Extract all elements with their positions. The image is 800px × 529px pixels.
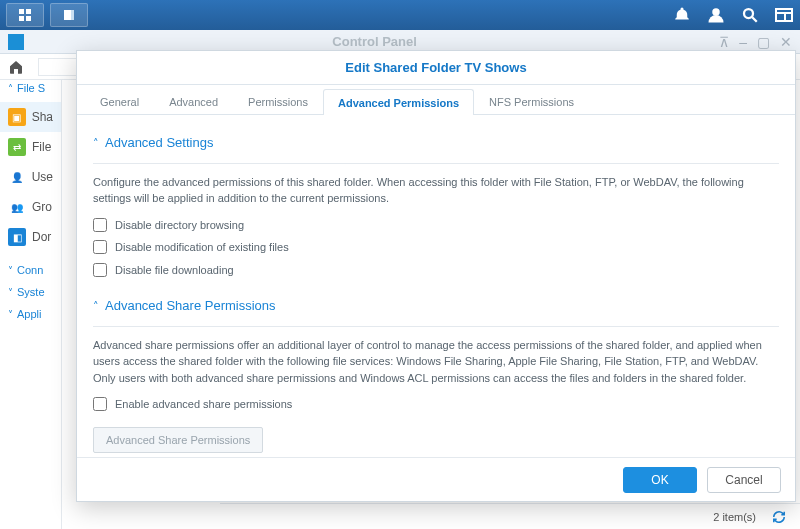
checkbox[interactable] bbox=[93, 263, 107, 277]
chevron-down-icon: ˅ bbox=[8, 309, 13, 320]
search-icon[interactable] bbox=[740, 5, 760, 25]
svg-rect-2 bbox=[19, 16, 24, 21]
check-disable-modification[interactable]: Disable modification of existing files bbox=[93, 239, 779, 256]
svg-rect-3 bbox=[26, 16, 31, 21]
divider bbox=[93, 326, 779, 327]
window-title: Control Panel bbox=[30, 34, 719, 49]
sidebar: ˄File S ▣Sha ⇄File 👤Use 👥Gro ◧Dor ˅Conn … bbox=[0, 80, 62, 529]
svg-rect-1 bbox=[26, 9, 31, 14]
app-icon bbox=[62, 8, 76, 22]
sidebar-section-connectivity[interactable]: ˅Conn bbox=[0, 262, 61, 284]
sidebar-item-user[interactable]: 👤Use bbox=[0, 162, 61, 192]
svg-point-7 bbox=[744, 9, 753, 18]
cancel-button[interactable]: Cancel bbox=[707, 467, 781, 493]
taskbar-app-launcher[interactable] bbox=[6, 3, 44, 27]
edit-shared-folder-dialog: Edit Shared Folder TV Shows General Adva… bbox=[76, 50, 796, 502]
dialog-header: Edit Shared Folder TV Shows bbox=[77, 51, 795, 85]
dialog-tabs: General Advanced Permissions Advanced Pe… bbox=[77, 85, 795, 115]
chevron-down-icon: ˅ bbox=[8, 287, 13, 298]
dialog-footer: OK Cancel bbox=[77, 457, 795, 501]
checkbox[interactable] bbox=[93, 240, 107, 254]
window-controls: ⊼ – ▢ ✕ bbox=[719, 34, 792, 50]
group-avatar-icon: 👥 bbox=[8, 198, 26, 216]
checkbox[interactable] bbox=[93, 218, 107, 232]
tab-advanced[interactable]: Advanced bbox=[154, 88, 233, 114]
item-count: 2 item(s) bbox=[713, 511, 756, 523]
check-disable-download[interactable]: Disable file downloading bbox=[93, 262, 779, 279]
tab-advanced-permissions[interactable]: Advanced Permissions bbox=[323, 89, 474, 115]
minimize-icon[interactable]: – bbox=[739, 34, 747, 50]
check-enable-advanced-share[interactable]: Enable advanced share permissions bbox=[93, 396, 779, 413]
maximize-icon[interactable]: ▢ bbox=[757, 34, 770, 50]
domain-icon: ◧ bbox=[8, 228, 26, 246]
shared-folder-icon: ▣ bbox=[8, 108, 26, 126]
svg-rect-0 bbox=[19, 9, 24, 14]
widget-icon[interactable] bbox=[774, 5, 794, 25]
checkbox[interactable] bbox=[93, 397, 107, 411]
sidebar-item-file-services[interactable]: ⇄File bbox=[0, 132, 61, 162]
svg-rect-5 bbox=[71, 10, 74, 20]
notifications-icon[interactable] bbox=[672, 5, 692, 25]
user-icon[interactable] bbox=[706, 5, 726, 25]
user-avatar-icon: 👤 bbox=[8, 168, 26, 186]
section-advanced-share-header[interactable]: ˄ Advanced Share Permissions bbox=[93, 296, 779, 316]
sidebar-section-system[interactable]: ˅Syste bbox=[0, 284, 61, 306]
sidebar-item-group[interactable]: 👥Gro bbox=[0, 192, 61, 222]
statusbar: 2 item(s) bbox=[220, 503, 800, 529]
sidebar-section-file[interactable]: ˄File S bbox=[0, 80, 61, 102]
sidebar-section-applications[interactable]: ˅Appli bbox=[0, 306, 61, 328]
divider bbox=[93, 163, 779, 164]
refresh-icon[interactable] bbox=[772, 510, 786, 524]
tab-general[interactable]: General bbox=[85, 88, 154, 114]
advanced-settings-description: Configure the advanced permissions of th… bbox=[93, 174, 779, 207]
chevron-up-icon: ˄ bbox=[93, 298, 99, 315]
section-advanced-settings-header[interactable]: ˄ Advanced Settings bbox=[93, 133, 779, 153]
check-disable-directory-browsing[interactable]: Disable directory browsing bbox=[93, 217, 779, 234]
svg-line-8 bbox=[752, 17, 757, 22]
svg-point-6 bbox=[712, 8, 720, 16]
grid-icon bbox=[18, 8, 32, 22]
home-icon[interactable] bbox=[8, 59, 24, 75]
chevron-up-icon: ˄ bbox=[8, 83, 13, 94]
file-services-icon: ⇄ bbox=[8, 138, 26, 156]
close-icon[interactable]: ✕ bbox=[780, 34, 792, 50]
taskbar-app-shortcut[interactable] bbox=[50, 3, 88, 27]
chevron-up-icon: ˄ bbox=[93, 135, 99, 152]
sidebar-item-domain[interactable]: ◧Dor bbox=[0, 222, 61, 252]
dialog-body: ˄ Advanced Settings Configure the advanc… bbox=[77, 115, 795, 455]
window-app-icon bbox=[8, 34, 24, 50]
tab-permissions[interactable]: Permissions bbox=[233, 88, 323, 114]
advanced-share-description: Advanced share permissions offer an addi… bbox=[93, 337, 779, 387]
advanced-share-permissions-button: Advanced Share Permissions bbox=[93, 427, 263, 453]
sidebar-item-shared-folder[interactable]: ▣Sha bbox=[0, 102, 61, 132]
taskbar-left bbox=[6, 3, 88, 27]
dialog-title: Edit Shared Folder TV Shows bbox=[345, 60, 526, 75]
pin-icon[interactable]: ⊼ bbox=[719, 34, 729, 50]
system-taskbar bbox=[0, 0, 800, 30]
tab-nfs-permissions[interactable]: NFS Permissions bbox=[474, 88, 589, 114]
chevron-down-icon: ˅ bbox=[8, 265, 13, 276]
ok-button[interactable]: OK bbox=[623, 467, 697, 493]
taskbar-right bbox=[672, 5, 794, 25]
